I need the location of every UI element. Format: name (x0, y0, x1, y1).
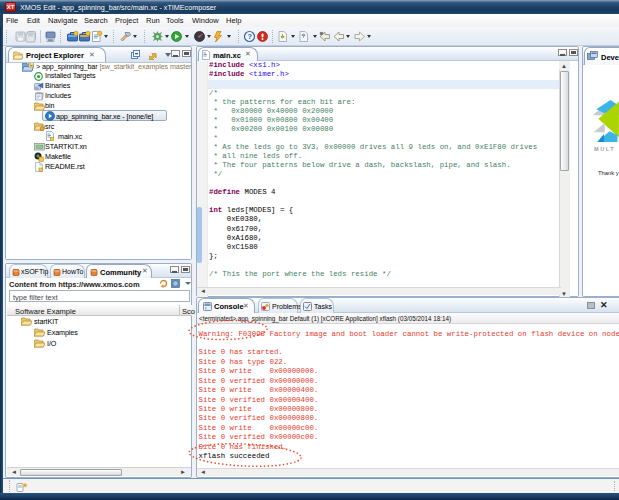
svg-text:?: ? (247, 32, 252, 41)
